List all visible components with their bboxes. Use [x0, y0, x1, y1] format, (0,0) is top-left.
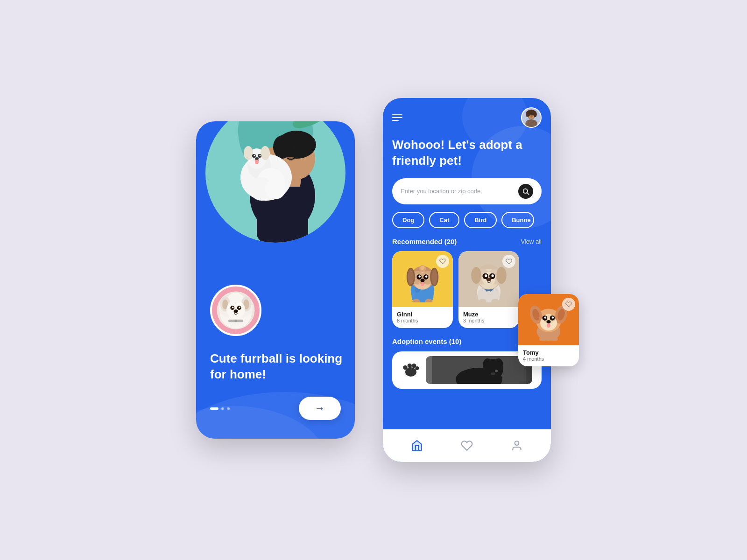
ginni-info: Ginni 8 months [392, 307, 453, 328]
progress-dots [210, 407, 230, 410]
hero-illustration [205, 121, 345, 243]
nav-favorites[interactable] [461, 440, 473, 452]
phone2-wrapper: Wohooo! Let's adopt a friendly pet! Ente… [383, 98, 551, 462]
user-avatar[interactable] [521, 107, 542, 128]
pet-card-ginni[interactable]: Ginni 8 months [392, 251, 453, 328]
svg-point-111 [514, 441, 519, 445]
hero-circle [205, 121, 345, 243]
svg-point-77 [421, 282, 424, 286]
svg-point-43 [234, 309, 238, 313]
dot-inactive-2 [227, 407, 230, 410]
svg-point-23 [260, 155, 261, 156]
hamburger-line-3 [392, 120, 399, 121]
recommended-title: Recommended (20) [392, 238, 457, 245]
ginni-favorite-button[interactable] [436, 255, 449, 268]
svg-point-55 [534, 111, 537, 117]
category-dog[interactable]: Dog [392, 212, 424, 228]
nav-home[interactable] [411, 440, 423, 452]
svg-point-52 [530, 116, 532, 118]
muze-favorite-button[interactable] [502, 255, 515, 268]
dot-active [210, 407, 218, 410]
hamburger-line-2 [392, 117, 402, 118]
svg-point-22 [254, 155, 255, 156]
phone1-tagline: Cute furrball is looking for home! [210, 351, 355, 383]
tomy-favorite-button[interactable] [562, 298, 575, 311]
heart-icon [506, 258, 512, 265]
person-icon [511, 440, 523, 452]
category-bunne[interactable]: Bunne [501, 212, 534, 228]
adoption-title: Adoption events (10) [392, 337, 461, 345]
tomy-info: Tomy 4 months [518, 345, 579, 366]
hamburger-menu-button[interactable] [392, 114, 402, 121]
home-icon [411, 440, 423, 452]
search-bar[interactable]: Enter you location or zip code [392, 178, 542, 204]
view-all-button[interactable]: View all [521, 238, 542, 245]
adoption-event-bg [426, 356, 532, 384]
heart-nav-icon [461, 440, 473, 452]
svg-point-45 [234, 320, 237, 322]
ginni-name: Ginni [397, 311, 448, 318]
svg-point-96 [485, 274, 487, 277]
svg-point-42 [239, 307, 240, 308]
category-bird[interactable]: Bird [464, 212, 497, 228]
svg-point-126 [547, 323, 550, 328]
svg-point-70 [408, 269, 414, 284]
bottom-navigation [383, 429, 551, 462]
svg-point-71 [431, 269, 437, 284]
arrow-right-icon: → [315, 402, 325, 414]
phone2-title: Wohooo! Let's adopt a friendly pet! [383, 133, 551, 178]
muze-info: Muze 3 months [458, 307, 519, 328]
search-placeholder-text: Enter you location or zip code [401, 188, 480, 195]
svg-point-98 [486, 278, 492, 281]
heart-icon [565, 301, 572, 308]
svg-point-18 [244, 146, 253, 160]
svg-point-75 [425, 275, 428, 278]
muze-card-image [458, 251, 519, 307]
svg-point-103 [415, 366, 419, 370]
svg-point-74 [418, 275, 421, 278]
search-button[interactable] [518, 184, 533, 199]
tomy-name: Tomy [523, 349, 574, 356]
ginni-age: 8 months [397, 318, 448, 323]
category-pills: Dog Cat Bird Bunne [383, 212, 551, 238]
phone2-screen: Wohooo! Let's adopt a friendly pet! Ente… [383, 98, 551, 462]
dot-inactive-1 [221, 407, 224, 410]
tomy-age: 4 months [523, 356, 574, 362]
svg-point-41 [232, 307, 234, 308]
muze-name: Muze [463, 311, 514, 318]
next-button[interactable]: → [299, 397, 341, 420]
svg-line-57 [527, 193, 529, 195]
svg-point-97 [491, 274, 493, 277]
svg-point-125 [547, 320, 551, 323]
svg-point-101 [408, 364, 412, 368]
svg-point-109 [495, 370, 498, 372]
muze-age: 3 months [463, 318, 514, 323]
phone1-screen: Cute furrball is looking for home! → [196, 121, 355, 439]
avatar-image [522, 107, 541, 128]
svg-point-110 [491, 372, 495, 375]
svg-point-92 [471, 266, 481, 283]
hamburger-line-1 [392, 114, 402, 115]
phone1-bottom-controls: → [196, 397, 355, 420]
svg-point-107 [483, 358, 492, 372]
pet-card-tomy-floating[interactable]: Tomy 4 months [518, 294, 579, 366]
ginni-card-image [392, 251, 453, 307]
search-icon [522, 188, 529, 195]
svg-point-79 [421, 266, 425, 270]
svg-point-19 [261, 146, 270, 160]
dog-avatar-illustration [215, 289, 257, 331]
pet-card-muze[interactable]: Muze 3 months [458, 251, 519, 328]
svg-point-76 [421, 279, 425, 282]
svg-point-48 [525, 119, 537, 128]
svg-point-25 [255, 160, 259, 164]
nav-profile[interactable] [511, 440, 523, 452]
heart-icon [439, 258, 446, 265]
category-cat[interactable]: Cat [429, 212, 459, 228]
black-dog-illustration [426, 356, 532, 384]
paw-icon [402, 361, 420, 379]
phone2-header [383, 98, 551, 133]
dog-avatar-circle [210, 285, 261, 336]
svg-point-28 [265, 179, 286, 199]
svg-point-11 [273, 135, 292, 159]
svg-point-93 [496, 266, 507, 283]
